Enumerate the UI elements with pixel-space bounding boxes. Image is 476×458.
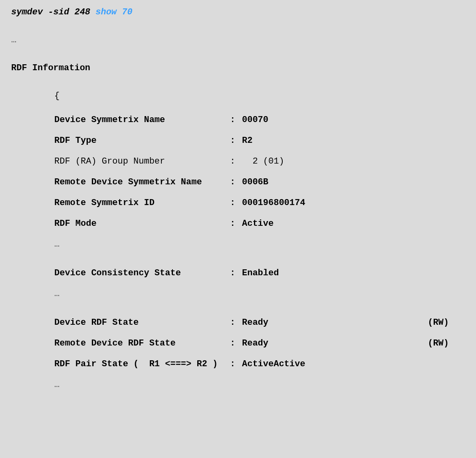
label: Device RDF State (54, 318, 230, 327)
ellipsis-bottom: … (54, 381, 465, 389)
command-line: symdev -sid 248 show 70 (11, 8, 465, 17)
colon: : (230, 199, 242, 207)
colon: : (230, 360, 242, 369)
colon: : (230, 339, 242, 348)
label: Device Symmetrix Name (54, 116, 230, 124)
colon: : (230, 318, 242, 327)
state-suffix: (RW) (428, 318, 449, 327)
label: Device Consistency State (54, 269, 230, 278)
row-device-rdf-state: Device RDF State : Ready (RW) (54, 318, 465, 327)
row-rdf-type: RDF Type : R2 (54, 136, 465, 145)
row-remote-symmetrix-id: Remote Symmetrix ID : 000196800174 (54, 199, 465, 207)
colon: : (230, 116, 242, 124)
label: Remote Device RDF State (54, 339, 230, 348)
row-rdf-mode: RDF Mode : Active (54, 219, 465, 228)
open-brace: { (54, 92, 465, 101)
value: 00070 (242, 116, 465, 124)
value: Ready (RW) (242, 339, 465, 348)
value: 2 (01) (242, 157, 465, 166)
rdf-info-block: { Device Symmetrix Name : 00070 RDF Type… (11, 92, 465, 389)
command-highlight: show 70 (95, 7, 132, 17)
state-value: Ready (242, 339, 268, 348)
label: RDF (RA) Group Number (54, 157, 230, 166)
label: RDF Type (54, 136, 230, 145)
row-ra-group-number: RDF (RA) Group Number : 2 (01) (54, 157, 465, 166)
ellipsis-top: … (11, 36, 465, 45)
row-device-symmetrix-name: Device Symmetrix Name : 00070 (54, 116, 465, 124)
label: Remote Symmetrix ID (54, 199, 230, 207)
value: ActiveActive (242, 360, 465, 369)
value: 000196800174 (242, 199, 465, 207)
ellipsis-mid-2: … (54, 290, 465, 298)
state-suffix: (RW) (428, 339, 449, 348)
label: RDF Mode (54, 219, 230, 228)
section-title: RDF Information (11, 64, 465, 73)
colon: : (230, 178, 242, 187)
state-value: Ready (242, 318, 268, 327)
colon: : (230, 157, 242, 166)
value: R2 (242, 136, 465, 145)
ellipsis-mid-1: … (54, 240, 465, 249)
value: Ready (RW) (242, 318, 465, 327)
colon: : (230, 269, 242, 278)
value: Active (242, 219, 465, 228)
colon: : (230, 219, 242, 228)
row-remote-device-name: Remote Device Symmetrix Name : 0006B (54, 178, 465, 187)
row-remote-device-rdf-state: Remote Device RDF State : Ready (RW) (54, 339, 465, 348)
label: Remote Device Symmetrix Name (54, 178, 230, 187)
row-rdf-pair-state: RDF Pair State ( R1 <===> R2 ) : ActiveA… (54, 360, 465, 369)
command-base: symdev -sid 248 (11, 7, 95, 17)
value: 0006B (242, 178, 465, 187)
row-device-consistency-state: Device Consistency State : Enabled (54, 269, 465, 278)
label: RDF Pair State ( R1 <===> R2 ) (54, 360, 230, 369)
value: Enabled (242, 269, 465, 278)
colon: : (230, 136, 242, 145)
